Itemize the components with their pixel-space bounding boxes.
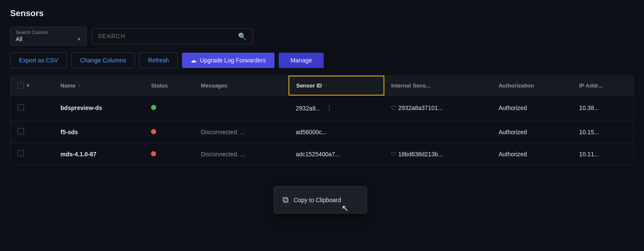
row-ip-addr: 10.15... bbox=[572, 121, 633, 143]
search-input-wrapper: 🔍 bbox=[92, 28, 253, 44]
row-sensor-id: 2932a8... ⋮ bbox=[289, 95, 384, 121]
row-messages bbox=[194, 95, 289, 121]
search-icon: 🔍 bbox=[238, 32, 246, 40]
th-sensor-id[interactable]: Sensor ID bbox=[289, 76, 384, 95]
th-internal-sens: Internal Sens... bbox=[384, 76, 492, 95]
search-column-label: Search Column bbox=[16, 30, 81, 35]
row-messages: Disconnected. ... bbox=[194, 143, 289, 165]
row-checkbox-cell bbox=[11, 121, 54, 143]
th-status: Status bbox=[144, 76, 194, 95]
row-checkbox-cell bbox=[11, 143, 54, 165]
row-name: f5-sds bbox=[54, 121, 144, 143]
copy-icon: ⧉ bbox=[283, 195, 288, 205]
table-body: bdspreview-ds 2932a8... ⋮ 🛡 2932a8a37101… bbox=[11, 95, 633, 165]
shield-icon: 🛡 bbox=[391, 151, 397, 158]
three-dots-icon[interactable]: ⋮ bbox=[324, 102, 334, 114]
row-checkbox-cell bbox=[11, 95, 54, 121]
search-column-dropdown[interactable]: Search Column All ▼ bbox=[10, 27, 87, 45]
row-sensor-id: adc1525400a7... bbox=[289, 143, 384, 165]
row-name: mds-4.1.0-87 bbox=[54, 143, 144, 165]
row-ip-addr: 10.38... bbox=[572, 95, 633, 121]
row-status bbox=[144, 143, 194, 165]
row-internal-sens: 🛡 18bd638d213b... bbox=[384, 143, 492, 165]
row-status bbox=[144, 121, 194, 143]
export-csv-button[interactable]: Export as CSV bbox=[10, 52, 67, 68]
search-column-value: All ▼ bbox=[16, 36, 81, 42]
status-dot bbox=[151, 129, 156, 134]
search-row: Search Column All ▼ 🔍 bbox=[10, 27, 634, 45]
th-checkbox: ▼ bbox=[11, 76, 54, 95]
chevron-down-icon[interactable]: ▼ bbox=[26, 83, 30, 88]
table-row: f5-sds Disconnected. ... ad56000c... Aut… bbox=[11, 121, 633, 143]
refresh-button[interactable]: Refresh bbox=[139, 52, 178, 68]
copy-to-clipboard-label: Copy to Clipboard bbox=[294, 197, 341, 203]
status-dot bbox=[151, 105, 156, 110]
row-internal-sens bbox=[384, 121, 492, 143]
row-authorization: Authorized bbox=[492, 121, 572, 143]
page-container: Sensors Search Column All ▼ 🔍 Export as … bbox=[0, 0, 644, 174]
dropdown-arrow-icon: ▼ bbox=[77, 37, 81, 42]
shield-icon: 🛡 bbox=[391, 104, 397, 111]
row-checkbox[interactable] bbox=[17, 150, 24, 157]
row-status bbox=[144, 95, 194, 121]
cloud-icon: ☁ bbox=[190, 57, 196, 64]
table-wrapper: ▼ Name ↑ Status Messages bbox=[10, 75, 634, 165]
change-columns-button[interactable]: Change Columns bbox=[71, 52, 135, 68]
sensors-table: ▼ Name ↑ Status Messages bbox=[11, 76, 633, 165]
table-row: bdspreview-ds 2932a8... ⋮ 🛡 2932a8a37101… bbox=[11, 95, 633, 121]
context-menu: ⧉ Copy to Clipboard bbox=[274, 186, 367, 214]
th-ip-addr: IP Addr... bbox=[572, 76, 633, 95]
row-checkbox[interactable] bbox=[17, 104, 24, 111]
status-dot bbox=[151, 151, 156, 156]
row-ip-addr: 10.11... bbox=[572, 143, 633, 165]
th-messages: Messages bbox=[194, 76, 289, 95]
row-checkbox[interactable] bbox=[17, 128, 24, 135]
copy-to-clipboard-item[interactable]: ⧉ Copy to Clipboard bbox=[274, 190, 367, 210]
page-title: Sensors bbox=[10, 8, 634, 18]
th-name[interactable]: Name ↑ bbox=[54, 76, 144, 95]
search-input[interactable] bbox=[98, 33, 234, 39]
row-authorization: Authorized bbox=[492, 95, 572, 121]
th-name-label: Name bbox=[61, 82, 76, 89]
row-authorization: Authorized bbox=[492, 143, 572, 165]
row-name: bdspreview-ds bbox=[54, 95, 144, 121]
select-all-checkbox[interactable] bbox=[17, 82, 24, 89]
row-internal-sens: 🛡 2932a8a37101... bbox=[384, 95, 492, 121]
manage-button[interactable]: Manage bbox=[279, 53, 324, 68]
row-messages: Disconnected. ... bbox=[194, 121, 289, 143]
sort-up-icon: ↑ bbox=[78, 83, 81, 88]
table-header-row: ▼ Name ↑ Status Messages bbox=[11, 76, 633, 95]
th-authorization: Authorization bbox=[492, 76, 572, 95]
toolbar: Export as CSV Change Columns Refresh ☁ U… bbox=[10, 52, 634, 68]
row-sensor-id: ad56000c... bbox=[289, 121, 384, 143]
upgrade-log-forwarders-button[interactable]: ☁ Upgrade Log Forwarders bbox=[182, 53, 274, 68]
table-row: mds-4.1.0-87 Disconnected. ... adc152540… bbox=[11, 143, 633, 165]
